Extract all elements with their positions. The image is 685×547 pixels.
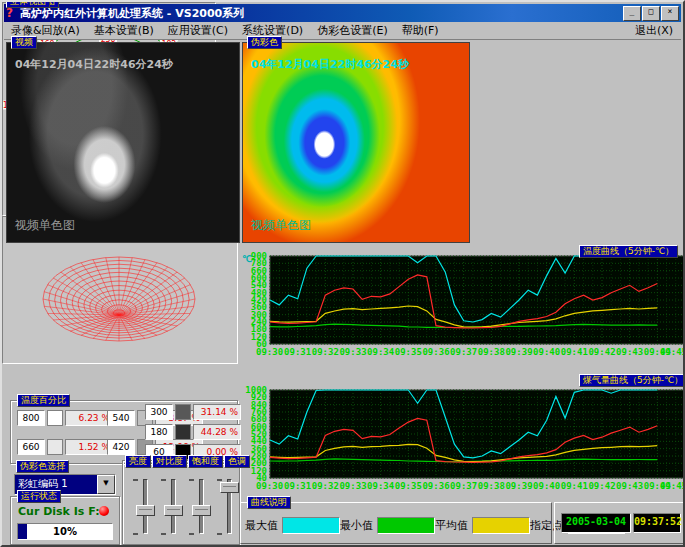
palette-panel-tab: 伪彩色选择: [16, 460, 69, 473]
svg-text:09:42: 09:42: [588, 481, 615, 491]
slider-tick: [161, 533, 166, 535]
thermal-color-panel: 伪彩色 04年12月04日22时46分24秒 视频单色图: [242, 42, 470, 243]
curve-legend-panel: 曲线说明 最大值最小值平均值指定点: [240, 502, 552, 544]
legend-label: 平均值: [435, 518, 468, 533]
legend-panel-tab: 曲线说明: [247, 496, 291, 509]
chart1-tab: 温度曲线（5分钟-℃）: [579, 245, 678, 258]
percent-row: 18044.28 %: [145, 424, 241, 440]
svg-text:09:39: 09:39: [505, 481, 532, 491]
close-button[interactable]: ×: [661, 6, 679, 21]
svg-text:09:32: 09:32: [312, 481, 339, 491]
svg-text:09:35: 09:35: [395, 347, 422, 357]
disk-status-text: Cur Disk Is F:: [18, 505, 100, 518]
video-panel-tab: 视频: [11, 36, 37, 49]
slider-tick: [161, 479, 166, 481]
slider-tick: [189, 479, 194, 481]
slider-tick: [217, 533, 222, 535]
svg-text:09:30: 09:30: [256, 481, 283, 491]
svg-text:09:34: 09:34: [367, 347, 395, 357]
menu-bar-items: 录像&回放(A)基本设置(B)应用设置(C)系统设置(D)伪彩色设置(E)帮助(…: [4, 22, 446, 39]
chart2-tab: 煤气量曲线（5分钟-℃）: [579, 374, 685, 387]
window-title: 高炉炉内红外计算机处理系统 - VS2000系列: [20, 6, 622, 21]
status-panel-tab: 运行状态: [17, 490, 61, 503]
svg-text:09:41: 09:41: [561, 347, 588, 357]
svg-text:09:36: 09:36: [422, 347, 449, 357]
percent-row: 6601.52 %: [17, 439, 113, 455]
legend-swatch: [377, 517, 435, 534]
video-caption: 视频单色图: [15, 217, 75, 234]
thermal-timestamp: 04年12月04日22时46分24秒: [251, 57, 409, 72]
minimize-button[interactable]: _: [623, 6, 641, 21]
menu-item[interactable]: 应用设置(C): [161, 22, 235, 39]
disk-progress-label: 10%: [18, 524, 112, 539]
slider-thumb[interactable]: [136, 505, 155, 516]
svg-text:09:39: 09:39: [505, 347, 532, 357]
percent-swatch: [47, 439, 63, 455]
legend-label: 最小值: [340, 518, 373, 533]
percent-column: 30031.14 %18044.28 %600.00 %: [145, 402, 241, 462]
slider-track[interactable]: [143, 479, 148, 534]
menu-item[interactable]: 伪彩色设置(E): [310, 22, 395, 39]
legend-item: 平均值: [435, 517, 530, 534]
gas-volume-curve-chart: 1000920840760680600520440360280200120400…: [240, 386, 685, 502]
slider-thumb[interactable]: [164, 505, 183, 516]
restore-button[interactable]: □: [642, 6, 660, 21]
slider-track[interactable]: [171, 479, 176, 534]
svg-text:09:38: 09:38: [478, 481, 505, 491]
disk-progress-bar: 10%: [17, 523, 113, 540]
menu-bar: 录像&回放(A)基本设置(B)应用设置(C)系统设置(D)伪彩色设置(E)帮助(…: [4, 22, 681, 40]
menu-item[interactable]: 基本设置(B): [87, 22, 161, 39]
dropdown-arrow-icon[interactable]: ▼: [97, 475, 115, 494]
slider-label: 亮度: [125, 455, 151, 468]
slider-labels: 亮度对比度饱和度色调: [125, 455, 250, 468]
svg-text:09:37: 09:37: [450, 347, 477, 357]
slider-track[interactable]: [227, 479, 232, 534]
percent-panel-tab: 温度百分比: [17, 394, 70, 407]
slider-track[interactable]: [199, 479, 204, 534]
app-icon: ?: [6, 6, 20, 20]
percent-row: 30031.14 %: [145, 404, 241, 420]
date-display: 2005-03-04: [561, 513, 631, 533]
time-display: 09:37:52: [633, 513, 681, 533]
svg-text:℃: ℃: [242, 254, 252, 264]
svg-text:09:31: 09:31: [284, 347, 311, 357]
slider-tick: [189, 533, 194, 535]
svg-text:09:38: 09:38: [478, 347, 505, 357]
svg-text:09:35: 09:35: [395, 481, 422, 491]
slider-tick: [133, 533, 138, 535]
slider-tick: [133, 479, 138, 481]
percent-swatch: [47, 410, 63, 426]
legend-item: 最小值: [340, 517, 435, 534]
legend-swatch: [282, 517, 340, 534]
svg-text:09:45: 09:45: [660, 347, 685, 357]
percent-value: 660: [17, 439, 45, 455]
percent-value: 180: [145, 424, 173, 440]
svg-text:09:43: 09:43: [616, 347, 643, 357]
svg-text:09:41: 09:41: [561, 481, 588, 491]
slider-tick: [217, 479, 222, 481]
svg-text:09:31: 09:31: [284, 481, 311, 491]
legend-items: 最大值最小值平均值指定点: [245, 511, 547, 539]
percent-swatch: [175, 404, 191, 420]
svg-text:09:33: 09:33: [339, 481, 366, 491]
percent-row: 8006.23 %: [17, 410, 113, 426]
percent-pct: 31.14 %: [193, 404, 241, 420]
svg-text:09:40: 09:40: [533, 347, 560, 357]
percent-pct: 1.52 %: [65, 439, 113, 455]
slider-thumb[interactable]: [220, 482, 239, 493]
status-led-icon: [99, 506, 109, 516]
slider-label: 色调: [224, 455, 250, 468]
run-status-panel: 运行状态 Cur Disk Is F: 10%: [10, 496, 120, 545]
legend-swatch: [472, 517, 530, 534]
slider-thumb[interactable]: [192, 505, 211, 516]
temperature-curve-chart: 9007806606005404804203603002401801206009…: [240, 252, 685, 368]
menu-item[interactable]: 帮助(F): [395, 22, 446, 39]
svg-text:09:30: 09:30: [256, 347, 283, 357]
app-window: ? 高炉炉内红外计算机处理系统 - VS2000系列 _ □ × 录像&回放(A…: [0, 0, 685, 547]
mesh-panel-tab: 立体视图: [6, 0, 50, 8]
percent-swatch: [175, 424, 191, 440]
percent-value: 300: [145, 404, 173, 420]
menu-item-exit[interactable]: 退出(X): [627, 22, 681, 39]
svg-text:09:33: 09:33: [339, 347, 366, 357]
legend-label: 最大值: [245, 518, 278, 533]
